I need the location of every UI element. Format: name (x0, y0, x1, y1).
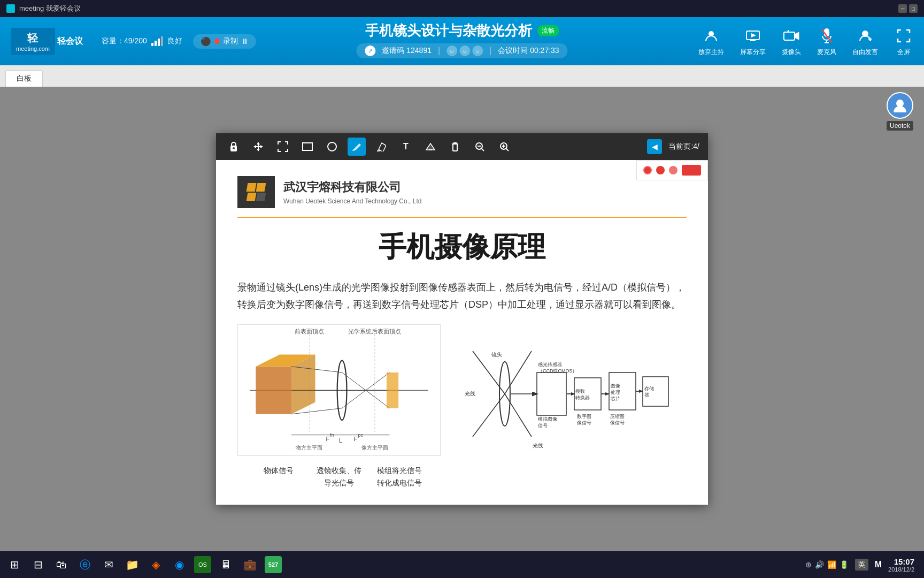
fullscreen-button[interactable]: 全屏 (894, 26, 913, 57)
slide-title: 手机摄像原理 (237, 229, 687, 266)
calculator-button[interactable]: 🖩 (216, 554, 236, 575)
slide-container: T ◀ 当前页:4/ (216, 133, 708, 505)
separator-1: | (438, 46, 440, 56)
app5-button[interactable]: 527 (263, 554, 283, 575)
circle-tool[interactable] (323, 138, 341, 156)
svg-marker-4 (751, 33, 756, 37)
color-rect-red[interactable] (682, 165, 701, 176)
files-button[interactable]: 📁 (122, 554, 142, 575)
svg-text:感光传感器: 感光传感器 (538, 362, 562, 367)
svg-rect-62 (537, 372, 566, 415)
label-module: 模组将光信号转化成电信号 (375, 465, 424, 489)
screen-share-button[interactable]: 屏幕分享 (740, 26, 766, 57)
speech-icon (856, 26, 875, 45)
left-diagram: 前表面顶点 光学系统后表面顶点 (237, 324, 441, 489)
mic-icon (817, 26, 836, 45)
logo-url: meeting.com (16, 45, 50, 52)
svg-marker-6 (795, 32, 799, 40)
pen-tool[interactable] (348, 138, 366, 156)
move-tool[interactable] (249, 138, 267, 156)
logo-area: 轻 meeting.com 轻会议 (11, 28, 86, 55)
company-name-cn: 武汉宇熔科技有限公司 (283, 179, 421, 195)
color-red-active[interactable] (643, 166, 652, 174)
svg-point-19 (328, 142, 336, 151)
taskbar: ⊞ ⊟ 🛍 ⓔ ✉ 📁 ◈ ◉ OS 🖩 💼 (0, 551, 924, 578)
volume-icon[interactable]: 🔊 (815, 560, 824, 569)
app3-button[interactable]: OS (192, 554, 213, 575)
store-icon: 🛍 (56, 559, 67, 571)
record-button[interactable]: ⚫ 录制 ⏸ (193, 34, 256, 49)
network-icon[interactable]: ⊕ (805, 560, 812, 569)
fullscreen-icon (894, 26, 913, 45)
mic-button[interactable]: 麦克风 (817, 26, 836, 57)
svg-text:F: F (354, 435, 358, 442)
app2-button[interactable]: ◉ (169, 554, 189, 575)
face-icons: ☺ ☺ ☺ (446, 45, 483, 56)
signal-bar-2 (155, 41, 157, 46)
text-tool[interactable]: T (397, 138, 415, 156)
svg-text:信号: 信号 (538, 423, 548, 428)
smooth-badge: 流畅 (537, 25, 559, 36)
highlight-tool[interactable] (372, 138, 390, 156)
face-icon-2: ☺ (459, 45, 470, 56)
slide-body: 武汉宇熔科技有限公司 Wuhan Ueotek Science And Tech… (216, 160, 708, 505)
store-button[interactable]: 🛍 (51, 554, 72, 575)
task-view-button[interactable]: ⊟ (28, 554, 48, 575)
minimize-button[interactable]: ─ (898, 4, 907, 13)
color-red[interactable] (656, 166, 665, 174)
optics-svg: 前表面顶点 光学系统后表面顶点 (237, 324, 441, 457)
start-button[interactable]: ⊞ (4, 554, 25, 575)
tab-bar: 白板 (0, 65, 924, 87)
color-red-light[interactable] (669, 166, 677, 174)
signal-bars (151, 36, 163, 46)
svg-line-25 (481, 148, 484, 151)
svg-rect-66 (574, 378, 601, 410)
lock-tool[interactable] (225, 138, 243, 156)
svg-marker-17 (253, 142, 263, 151)
ime-icon[interactable]: M (875, 560, 882, 569)
slide-toolbar-right: ◀ 当前页:4/ (647, 139, 699, 154)
svg-rect-22 (453, 144, 457, 151)
expand-tool[interactable] (274, 138, 292, 156)
meeting-info-row: ↗ 邀请码 124891 | ☺ ☺ ☺ | 会议时间 00:27:33 (356, 43, 567, 58)
lang-button[interactable]: 英 (855, 559, 868, 571)
screen-share-icon (743, 26, 763, 45)
speech-button[interactable]: 自由发言 (852, 26, 878, 57)
svg-text:图像: 图像 (611, 383, 620, 389)
eraser-tool[interactable] (421, 138, 440, 156)
battery-icon[interactable]: 🔋 (840, 560, 849, 569)
fullscreen-label: 全屏 (897, 48, 910, 57)
zoom-out-tool[interactable] (471, 138, 489, 156)
slide-body-text: 景物通过镜头(Lens)生成的光学图像投射到图像传感器表面上，然后转为电信号，经… (237, 279, 687, 314)
delete-tool[interactable] (446, 138, 464, 156)
center-title: 手机镜头设计与杂散光分析 流畅 ↗ 邀请码 124891 | ☺ ☺ ☺ | 会… (356, 21, 567, 58)
svg-text:前表面顶点: 前表面顶点 (295, 328, 324, 334)
whiteboard-tab[interactable]: 白板 (5, 70, 43, 87)
sys-icons: ⊕ 🔊 📶 🔋 (805, 560, 849, 569)
app1-icon: ◈ (152, 558, 160, 571)
svg-text:（CCD或CMOS）: （CCD或CMOS） (538, 368, 578, 374)
camera-button[interactable]: 摄像头 (782, 26, 801, 57)
svg-text:光学系统后表面顶点: 光学系统后表面顶点 (348, 328, 401, 334)
diagram-labels: 物体信号 透镜收集、传导光信号 模组将光信号转化成电信号 (248, 465, 430, 489)
taskbar-left: ⊞ ⊟ 🛍 ⓔ ✉ 📁 ◈ ◉ OS 🖩 💼 (4, 554, 283, 575)
calculator-icon: 🖩 (221, 559, 232, 571)
zoom-in-tool[interactable] (495, 138, 513, 156)
svg-point-16 (233, 147, 235, 149)
svg-text:器: 器 (644, 392, 649, 398)
share-icon: ↗ (365, 45, 375, 56)
host-button[interactable]: 放弃主持 (698, 26, 724, 57)
app4-button[interactable]: 💼 (240, 554, 260, 575)
prev-page-button[interactable]: ◀ (647, 139, 662, 154)
title-bar-text: meeting 我爱轻会议 (19, 4, 81, 13)
meeting-title: 手机镜头设计与杂散光分析 (365, 21, 532, 40)
app1-button[interactable]: ◈ (145, 554, 166, 575)
rect-tool[interactable] (298, 138, 317, 156)
edge-button[interactable]: ⓔ (75, 554, 95, 575)
quality-text: 良好 (167, 36, 182, 46)
maximize-button[interactable]: □ (909, 4, 918, 13)
capacity-label: 容量：49/200 (102, 36, 147, 46)
mail-button[interactable]: ✉ (98, 554, 119, 575)
wifi-icon[interactable]: 📶 (827, 560, 836, 569)
title-bar: meeting 我爱轻会议 ─ □ (0, 0, 924, 17)
